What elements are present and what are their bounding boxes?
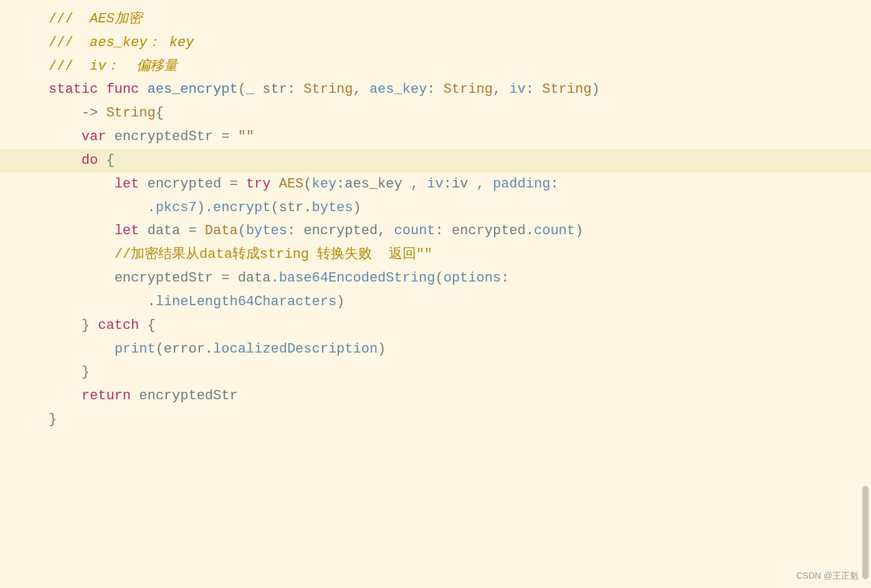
code-line-16[interactable]: } catch { <box>0 314 871 338</box>
code-line-3[interactable]: static func aes_encrypt(_ str: String, a… <box>0 78 871 102</box>
code-line-12[interactable]: //加密结果从data转成string 转换失败 返回"" <box>0 243 871 267</box>
code-line-10[interactable]: let data = Data(bytes: encrypted, count:… <box>0 219 871 243</box>
code-line-4[interactable]: -> String{ <box>0 102 871 125</box>
code-editor[interactable]: /// AES加密/// aes_key： key/// iv： 偏移量stat… <box>0 7 871 432</box>
code-line-2[interactable]: /// iv： 偏移量 <box>0 55 871 78</box>
code-line-18[interactable]: } <box>0 361 871 384</box>
code-line-19[interactable]: return encryptedStr <box>0 384 871 408</box>
code-line-14[interactable]: .lineLength64Characters) <box>0 290 871 314</box>
code-line-1[interactable]: /// aes_key： key <box>0 31 871 55</box>
code-line-0[interactable]: /// AES加密 <box>0 7 871 31</box>
code-line-13[interactable]: encryptedStr = data.base64EncodedString(… <box>0 267 871 290</box>
code-line-7[interactable]: let encrypted = try AES(key:aes_key , iv… <box>0 173 871 196</box>
code-line-21[interactable]: } <box>0 408 871 432</box>
watermark-text: CSDN @王正魁 <box>796 568 859 583</box>
code-line-8[interactable]: .pkcs7).encrypt(str.bytes) <box>0 196 871 220</box>
code-line-6[interactable]: do { <box>0 149 871 173</box>
code-line-17[interactable]: print(error.localizedDescription) <box>0 338 871 361</box>
vertical-scrollbar[interactable] <box>862 486 869 579</box>
code-line-5[interactable]: var encryptedStr = "" <box>0 125 871 149</box>
